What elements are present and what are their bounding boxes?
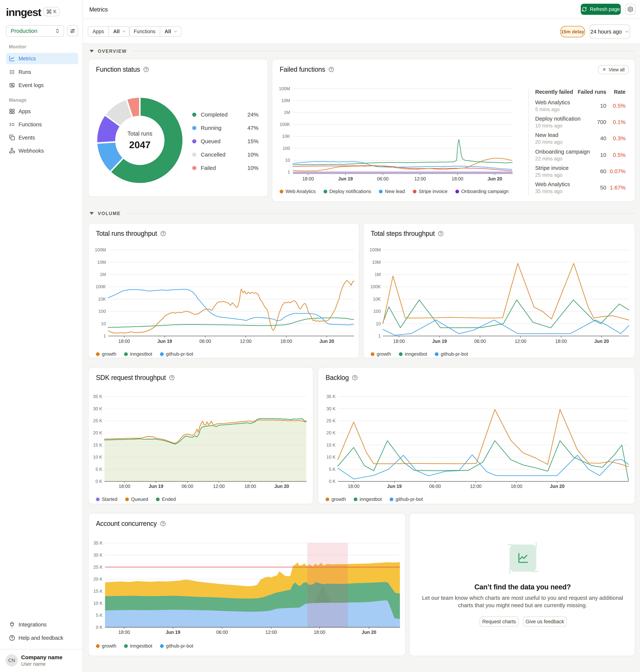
svg-text:5 K: 5 K <box>96 467 102 472</box>
svg-text:Jun 20: Jun 20 <box>594 339 609 344</box>
svg-text:10: 10 <box>285 158 290 163</box>
svg-text:10K: 10K <box>98 297 106 302</box>
svg-text:Jun 19: Jun 19 <box>165 630 180 635</box>
svg-text:18:00: 18:00 <box>280 339 292 344</box>
svg-text:06:00: 06:00 <box>474 339 486 344</box>
svg-text:Jun 20: Jun 20 <box>319 339 334 344</box>
svg-text:15 K: 15 K <box>93 589 103 594</box>
svg-text:12:00: 12:00 <box>470 484 482 489</box>
svg-text:1M: 1M <box>284 110 290 115</box>
svg-text:25 K: 25 K <box>93 418 102 423</box>
svg-text:5 K: 5 K <box>329 467 336 472</box>
svg-text:30 K: 30 K <box>93 553 103 558</box>
svg-text:15 K: 15 K <box>93 443 102 447</box>
svg-text:Total runs: Total runs <box>127 130 152 137</box>
svg-text:25 K: 25 K <box>93 564 103 570</box>
svg-text:12:00: 12:00 <box>414 176 426 181</box>
svg-text:30 K: 30 K <box>326 406 336 411</box>
svg-text:12:00: 12:00 <box>240 339 252 344</box>
svg-text:10M: 10M <box>281 98 290 103</box>
svg-text:35 K: 35 K <box>326 394 336 399</box>
svg-text:Jun 19: Jun 19 <box>432 339 447 344</box>
svg-text:Jun 19: Jun 19 <box>157 339 172 344</box>
svg-text:Jun 20: Jun 20 <box>488 176 502 181</box>
svg-text:18:00: 18:00 <box>118 339 130 344</box>
svg-text:100M: 100M <box>369 247 381 252</box>
svg-text:1: 1 <box>103 333 106 339</box>
svg-text:Jun 19: Jun 19 <box>387 484 402 489</box>
svg-text:5 K: 5 K <box>96 613 103 618</box>
svg-text:0 K: 0 K <box>96 625 103 630</box>
svg-text:1: 1 <box>288 170 290 174</box>
svg-text:20 K: 20 K <box>93 430 102 435</box>
svg-text:06:00: 06:00 <box>200 339 211 344</box>
svg-text:10: 10 <box>101 321 106 326</box>
svg-text:1M: 1M <box>375 272 381 277</box>
svg-text:06:00: 06:00 <box>182 484 193 489</box>
svg-text:100K: 100K <box>370 284 381 289</box>
svg-text:10K: 10K <box>373 297 381 302</box>
svg-text:18:00: 18:00 <box>348 484 360 489</box>
svg-text:0 K: 0 K <box>329 479 336 484</box>
svg-text:10 K: 10 K <box>93 455 102 459</box>
svg-text:18:00: 18:00 <box>118 630 130 635</box>
svg-text:18:00: 18:00 <box>452 176 463 181</box>
svg-text:18:00: 18:00 <box>511 484 522 489</box>
svg-text:0 K: 0 K <box>96 479 102 484</box>
svg-text:12:00: 12:00 <box>265 630 277 635</box>
svg-text:100K: 100K <box>96 284 106 289</box>
svg-text:35 K: 35 K <box>93 541 103 545</box>
svg-text:100M: 100M <box>279 86 290 91</box>
svg-text:1M: 1M <box>100 272 106 277</box>
svg-text:2047: 2047 <box>129 140 150 150</box>
svg-text:100K: 100K <box>280 122 290 127</box>
svg-text:10: 10 <box>376 321 381 326</box>
svg-text:30 K: 30 K <box>93 406 102 411</box>
svg-text:10M: 10M <box>97 260 106 265</box>
svg-text:18:00: 18:00 <box>245 484 256 489</box>
svg-text:20 K: 20 K <box>326 430 336 435</box>
svg-text:18:00: 18:00 <box>119 484 130 489</box>
svg-text:18:00: 18:00 <box>555 339 567 344</box>
svg-text:12:00: 12:00 <box>213 484 225 489</box>
svg-text:12:00: 12:00 <box>515 339 526 344</box>
svg-text:Jun 20: Jun 20 <box>274 484 289 489</box>
svg-text:20 K: 20 K <box>93 576 103 582</box>
svg-text:15 K: 15 K <box>326 443 336 447</box>
svg-text:18:00: 18:00 <box>314 630 325 635</box>
svg-text:10 K: 10 K <box>326 455 336 459</box>
svg-text:Jun 19: Jun 19 <box>338 176 353 181</box>
svg-text:18:00: 18:00 <box>302 176 314 181</box>
svg-text:10M: 10M <box>372 260 381 265</box>
svg-text:Jun 19: Jun 19 <box>149 484 163 489</box>
svg-text:10K: 10K <box>282 134 290 139</box>
svg-text:100M: 100M <box>95 247 106 252</box>
svg-text:10 K: 10 K <box>93 601 103 606</box>
svg-text:100: 100 <box>282 146 290 151</box>
svg-text:100: 100 <box>373 309 381 314</box>
svg-text:06:00: 06:00 <box>377 176 389 181</box>
svg-text:06:00: 06:00 <box>216 630 228 635</box>
svg-text:18:00: 18:00 <box>393 339 405 344</box>
svg-text:06:00: 06:00 <box>429 484 441 489</box>
svg-text:35 K: 35 K <box>93 394 102 399</box>
svg-text:Jun 20: Jun 20 <box>550 484 565 489</box>
svg-text:1: 1 <box>378 333 381 339</box>
svg-text:100: 100 <box>99 309 106 314</box>
svg-text:25 K: 25 K <box>326 418 336 423</box>
svg-text:Jun 20: Jun 20 <box>362 630 376 635</box>
